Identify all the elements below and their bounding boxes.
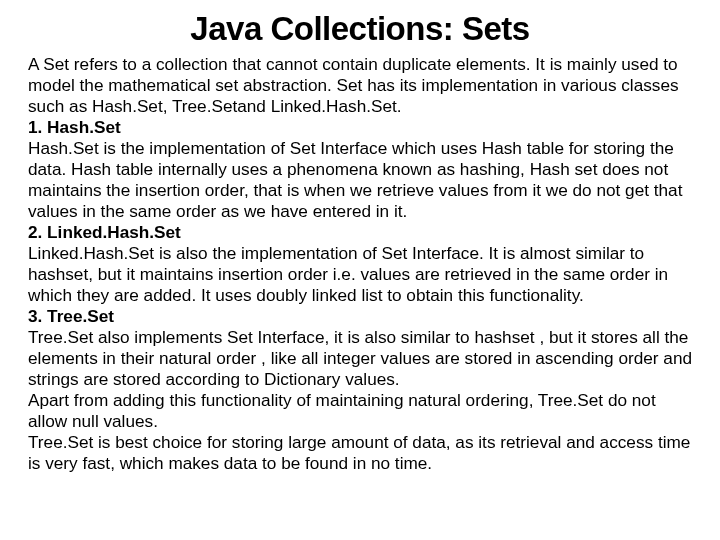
page-title: Java Collections: Sets — [28, 10, 692, 48]
section-paragraph-3: Tree.Set also implements Set Interface, … — [28, 327, 692, 390]
section-heading-2: 2. Linked.Hash.Set — [28, 222, 692, 243]
section-paragraph-1: Hash.Set is the implementation of Set In… — [28, 138, 692, 222]
body-content: A Set refers to a collection that cannot… — [28, 54, 692, 474]
section-paragraph-2: Linked.Hash.Set is also the implementati… — [28, 243, 692, 306]
section-heading-1: 1. Hash.Set — [28, 117, 692, 138]
section-paragraph-4: Apart from adding this functionality of … — [28, 390, 692, 432]
section-heading-3: 3. Tree.Set — [28, 306, 692, 327]
section-paragraph-5: Tree.Set is best choice for storing larg… — [28, 432, 692, 474]
intro-paragraph: A Set refers to a collection that cannot… — [28, 54, 692, 117]
